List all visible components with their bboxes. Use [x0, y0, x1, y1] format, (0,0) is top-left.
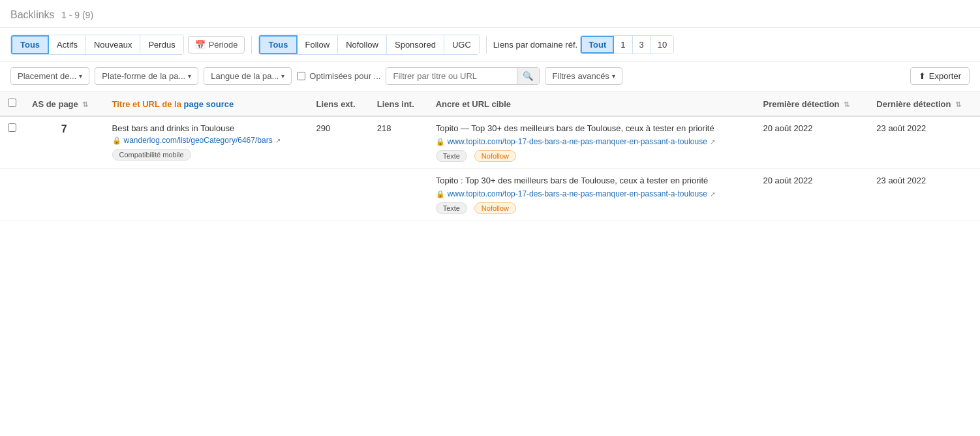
premiere-detection: 20 août 2022 [755, 116, 868, 169]
row-checkbox[interactable] [8, 123, 16, 132]
anchor-link[interactable]: www.topito.com/top-17-des-bars-a-ne-pas-… [448, 137, 707, 146]
liens-par-domaine: Liens par domaine réf. Tout 1 3 10 [493, 35, 674, 54]
sort-icon-as: ⇅ [82, 101, 88, 108]
search-button[interactable]: 🔍 [517, 68, 539, 84]
liens-10[interactable]: 10 [651, 36, 673, 54]
plateforme-dropdown[interactable]: Plate-forme de la pa... ▾ [95, 67, 198, 85]
follow-sponsored[interactable]: Sponsored [387, 35, 444, 54]
link-type-perdus[interactable]: Perdus [140, 35, 183, 54]
follow-ugc[interactable]: UGC [444, 35, 479, 54]
search-input[interactable] [386, 68, 517, 84]
liens-par-label: Liens par domaine réf. [493, 40, 577, 50]
as-page-value: 7 [24, 116, 104, 169]
col-derniere-detection: Dernière détection ⇅ [868, 92, 980, 116]
backlinks-count: 1 - 9 (9) [61, 10, 93, 20]
col-as-page: AS de page ⇅ [24, 92, 104, 116]
derniere-detection: 23 août 2022 [868, 116, 980, 169]
row-checkbox-cell2 [0, 169, 24, 221]
export-button[interactable]: ⬆ Exporter [910, 67, 970, 85]
tag-texte: Texte [436, 150, 467, 162]
page-title: Backlinks 1 - 9 (9) [10, 9, 970, 21]
chevron-down-icon2: ▾ [188, 72, 191, 80]
select-all-checkbox[interactable] [8, 99, 16, 107]
derniere-detection2: 23 août 2022 [868, 169, 980, 221]
chevron-down-icon4: ▾ [612, 72, 615, 80]
calendar-icon: 📅 [195, 40, 206, 50]
mobile-tag: Compatibilité mobile [112, 149, 191, 161]
lock-icon3: 🔒 [436, 190, 445, 198]
anchor-url-cell2: Topito : Top 30+ des meilleurs bars de T… [428, 169, 756, 221]
external-link-icon: ↗ [275, 137, 281, 144]
source-page-empty [104, 169, 309, 221]
plateforme-label: Plate-forme de la pa... [102, 71, 185, 81]
chevron-down-icon3: ▾ [281, 72, 284, 80]
tag-texte2: Texte [436, 202, 467, 214]
optimisees-checkbox-label: Optimisées pour ... [297, 71, 380, 81]
langue-dropdown[interactable]: Langue de la pa... ▾ [204, 67, 292, 85]
table-header-row: AS de page ⇅ Titre et URL de la page sou… [0, 92, 980, 116]
as-page-empty [24, 169, 104, 221]
source-page-cell: Best bars and drinks in Toulouse 🔒 wande… [104, 116, 309, 169]
anchor-link2[interactable]: www.topito.com/top-17-des-bars-a-ne-pas-… [448, 189, 707, 198]
liens-btn-group: Tout 1 3 10 [580, 35, 674, 54]
sort-icon-derniere: ⇅ [955, 101, 961, 108]
link-type-nouveaux[interactable]: Nouveaux [86, 35, 141, 54]
langue-label: Langue de la pa... [211, 71, 279, 81]
liens-3[interactable]: 3 [633, 36, 651, 54]
anchor-url: 🔒 www.topito.com/top-17-des-bars-a-ne-pa… [436, 137, 748, 146]
external-link-icon3: ↗ [710, 191, 715, 198]
liens-int-empty [369, 169, 428, 221]
advanced-filters-label: Filtres avancés [552, 71, 609, 81]
sort-icon-premiere: ⇅ [844, 101, 850, 108]
follow-tous[interactable]: Tous [259, 35, 297, 54]
export-icon: ⬆ [919, 71, 926, 81]
follow-follow[interactable]: Follow [298, 35, 339, 54]
period-label: Période [209, 40, 238, 50]
placement-label: Placement de... [18, 71, 76, 81]
separator2 [486, 36, 487, 54]
source-url-link[interactable]: wanderlog.com/list/geoCategory/6467/bars [124, 136, 273, 145]
table-row: 7 Best bars and drinks in Toulouse 🔒 wan… [0, 116, 980, 169]
anchor-title: Topito — Top 30+ des meilleurs bars de T… [436, 123, 748, 133]
follow-nofollow[interactable]: Nofollow [338, 35, 387, 54]
liens-ext-empty [309, 169, 369, 221]
link-type-group: Tous Actifs Nouveaux Perdus [10, 35, 184, 55]
search-box: 🔍 [386, 67, 540, 85]
row-checkbox-cell [0, 116, 24, 169]
external-link-icon2: ↗ [710, 138, 715, 146]
col-titre-url: Titre et URL de la page source [104, 92, 309, 116]
col-liens-int: Liens int. [369, 92, 428, 116]
table-container: AS de page ⇅ Titre et URL de la page sou… [0, 92, 980, 221]
tag-nofollow: Nofollow [474, 150, 516, 162]
filters-row: Placement de... ▾ Plate-forme de la pa..… [0, 62, 980, 92]
anchor-url2: 🔒 www.topito.com/top-17-des-bars-a-ne-pa… [436, 189, 748, 198]
tag-nofollow2: Nofollow [474, 202, 516, 214]
advanced-filters-button[interactable]: Filtres avancés ▾ [545, 67, 622, 85]
select-all-header [0, 92, 24, 116]
follow-type-group: Tous Follow Nofollow Sponsored UGC [258, 35, 479, 55]
col-liens-ext: Liens ext. [309, 92, 369, 116]
link-type-tous[interactable]: Tous [11, 35, 49, 54]
page-source-title: Best bars and drinks in Toulouse [112, 123, 301, 133]
table-row: Topito : Top 30+ des meilleurs bars de T… [0, 169, 980, 221]
liens-1[interactable]: 1 [614, 36, 632, 54]
chevron-down-icon: ▾ [79, 72, 82, 80]
page-source-url: 🔒 wanderlog.com/list/geoCategory/6467/ba… [112, 136, 301, 145]
liens-ext-value: 290 [309, 116, 369, 169]
backlinks-table: AS de page ⇅ Titre et URL de la page sou… [0, 92, 980, 221]
col-ancre-url: Ancre et URL cible [428, 92, 756, 116]
period-button[interactable]: 📅 Période [188, 36, 245, 54]
col-premiere-detection: Première détection ⇅ [755, 92, 868, 116]
lock-icon2: 🔒 [436, 138, 445, 146]
liens-tout[interactable]: Tout [581, 36, 614, 54]
optimisees-label: Optimisées pour ... [309, 71, 380, 81]
liens-int-value: 218 [369, 116, 428, 169]
optimisees-checkbox[interactable] [297, 72, 305, 80]
link-type-actifs[interactable]: Actifs [49, 35, 86, 54]
search-icon: 🔍 [523, 71, 534, 81]
placement-dropdown[interactable]: Placement de... ▾ [10, 67, 89, 85]
anchor-url-cell: Topito — Top 30+ des meilleurs bars de T… [428, 116, 756, 169]
toolbar: Tous Actifs Nouveaux Perdus 📅 Période To… [0, 28, 980, 62]
separator [251, 36, 252, 54]
lock-icon: 🔒 [112, 136, 121, 145]
